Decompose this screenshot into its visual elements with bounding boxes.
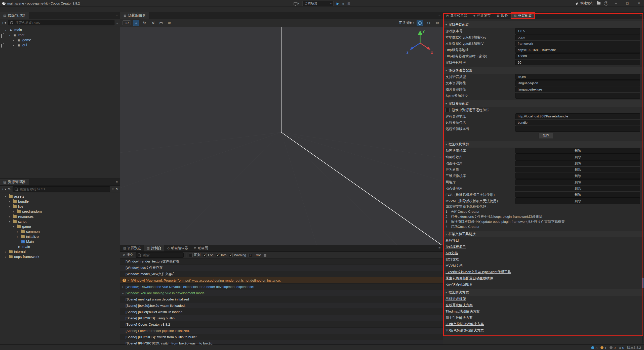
asset-node[interactable]: main	[0, 244, 120, 249]
asset-node[interactable]: internal	[0, 249, 120, 254]
inspector-row[interactable]: 游戏中资源是否远程加载	[443, 107, 644, 113]
inspector-row[interactable]: 4、启动Cocos Creator	[443, 224, 644, 229]
expand-arrow-icon[interactable]	[5, 250, 9, 253]
panel-menu-icon[interactable]: ≡	[438, 246, 443, 250]
inspector-row[interactable]: Spine资源路径	[443, 93, 644, 99]
console-log-row[interactable]: ! ▸ [Scene] meshopt wasm decoder initial…	[120, 296, 443, 302]
assets-panel-tab[interactable]: ▤资源管理器	[0, 179, 29, 185]
inspector-row[interactable]: 游戏版本号 1.0.5	[443, 28, 644, 34]
expand-arrow-icon[interactable]	[13, 44, 17, 47]
lock-icon[interactable]	[1, 44, 2, 48]
remote-load-checkbox[interactable]	[446, 108, 450, 112]
expand-arrow-icon[interactable]	[5, 29, 9, 31]
scene-editor-tab[interactable]: ▦场景编辑器	[120, 12, 149, 19]
asset-node[interactable]: script	[0, 219, 120, 224]
expand-arrow-icon[interactable]	[13, 39, 17, 41]
move-tool-icon[interactable]: +	[133, 20, 139, 26]
panel-menu-icon[interactable]: ≡	[116, 180, 120, 184]
scrollbar-thumb[interactable]	[642, 278, 643, 288]
anchor-tool-icon[interactable]: ⊕	[166, 20, 172, 26]
inspector-tab[interactable]: ◈构建发布	[470, 12, 494, 19]
panel-menu-icon[interactable]: ≡	[116, 14, 120, 18]
rotate-tool-icon[interactable]: ↻	[141, 20, 147, 26]
row-button[interactable]: 删除	[515, 154, 640, 160]
inspector-row[interactable]: ECS文档	[443, 256, 644, 262]
expand-arrow-icon[interactable]	[13, 210, 17, 213]
copy-log-icon[interactable]: ▤	[263, 253, 266, 257]
play-button[interactable]: ▶	[337, 2, 339, 6]
expand-arrow-icon[interactable]	[9, 34, 13, 36]
light-toggle-button[interactable]	[417, 20, 423, 26]
row-value-input[interactable]: http://localhost:8083/assets/bundle	[515, 113, 640, 119]
inspector-row[interactable]: 支持语言类型 zh,en	[443, 74, 644, 80]
inspector-row[interactable]: 行为树库 删除	[443, 166, 644, 173]
expand-arrow-icon[interactable]: ▸	[123, 292, 124, 294]
console-log-row[interactable]: ! ▸ [Window] You are running Vue in deve…	[120, 290, 443, 296]
hierarchy-node[interactable]: gui	[0, 42, 120, 48]
section-collapse-icon[interactable]	[446, 143, 447, 146]
notification-badge[interactable]: ♫0	[619, 346, 624, 350]
inspector-row[interactable]: MVVM文档	[443, 262, 644, 269]
console-tab[interactable]: ◇动画编辑器	[164, 245, 191, 251]
clear-console-button[interactable]: ⊘清空	[123, 253, 133, 257]
inspector-row[interactable]: Excel格式转Json文件与TypeScript代码工具	[443, 269, 644, 275]
expand-arrow-icon[interactable]	[5, 255, 9, 258]
asset-node[interactable]: Main	[0, 239, 120, 244]
section-collapse-icon[interactable]	[446, 69, 447, 72]
console-log-row[interactable]: ! ▸ [Window] ecs文件夹存在	[120, 265, 443, 271]
row-value-input[interactable]: 1.0.5	[515, 28, 640, 34]
console-search-input[interactable]	[142, 253, 182, 257]
row-button[interactable]: 删除	[515, 167, 640, 172]
inspector-row[interactable]: 远程资源地址 http://localhost:8083/assets/bund…	[443, 113, 644, 119]
inspector-row[interactable]: 2、打开extensions文件夹中找到oops-plugin-framewor…	[443, 214, 644, 219]
row-button[interactable]: 删除	[515, 173, 640, 179]
inspector-row[interactable]: 1、关闭Cocos Creator	[443, 209, 644, 214]
preview-window-icon[interactable]: ⊞	[347, 2, 350, 6]
expand-arrow-icon[interactable]	[5, 195, 9, 198]
inspector-row[interactable]: 如果需要重新下载框架代码：	[443, 204, 644, 209]
inspector-tab[interactable]: ▧框架配置	[511, 12, 535, 19]
inspector-row[interactable]: 动画状态机库 删除	[443, 148, 644, 154]
row-button[interactable]: 删除	[515, 148, 640, 154]
section-collapse-icon[interactable]	[446, 291, 447, 294]
inspector-row[interactable]: 2D角色扮演游戏解决方案	[443, 321, 644, 327]
expand-arrow-icon[interactable]	[9, 215, 13, 218]
assets-search-input[interactable]	[19, 187, 108, 191]
view-mode-dropdown[interactable]: 正常浏览▾	[399, 21, 414, 25]
inspector-row[interactable]: Tiledmap地图解决方案	[443, 308, 644, 315]
maximize-button[interactable]: □	[623, 0, 631, 7]
console-log-row[interactable]: ! ▸ [Window] Download the Vue Devtools e…	[120, 284, 443, 290]
console-log-row[interactable]: ! ▸ [Scene] Cocos Creator v3.8.2	[120, 321, 443, 328]
expand-arrow-icon[interactable]	[9, 205, 13, 208]
inspector-row[interactable]: Http服务器请求超时（毫秒） 10000	[443, 53, 644, 59]
inspector-row[interactable]: 原生包热更新配置自动生成插件	[443, 275, 644, 281]
row-button[interactable]: 删除	[515, 198, 640, 204]
inspector-row[interactable]: 三维摄像机库 删除	[443, 173, 644, 179]
row-value-input[interactable]: bundle	[515, 120, 640, 125]
row-button[interactable]: 删除	[515, 179, 640, 185]
console-tab[interactable]: ▥控制台	[144, 245, 164, 251]
asset-node[interactable]: assets	[0, 194, 120, 199]
create-node-button[interactable]: + ▾	[2, 21, 6, 25]
row-value-input[interactable]: 10000	[515, 53, 640, 59]
asset-node[interactable]: bundle	[0, 199, 120, 204]
hierarchy-node[interactable]: main	[0, 27, 120, 32]
inspector-row[interactable]: 本地数据CryptoES加密Key oops	[443, 34, 644, 40]
asset-node[interactable]: initialize	[0, 234, 120, 239]
asset-node[interactable]: seedrandom	[0, 209, 120, 214]
info-count-badge[interactable]: 3	[591, 346, 597, 350]
inspector-row[interactable]: 新手引导解决方案	[443, 315, 644, 321]
row-button[interactable]: 保存	[539, 133, 553, 139]
rect-tool-icon[interactable]: ▭	[158, 20, 164, 26]
inspector-row[interactable]: 动态处理库 删除	[443, 185, 644, 192]
inspector-row[interactable]: API文档	[443, 250, 644, 256]
inspector-row[interactable]: 远程资源包名 bundle	[443, 119, 644, 126]
inspector-row[interactable]: 动画状态机编辑器	[443, 281, 644, 288]
inspector-row[interactable]: 框架模块裁剪	[443, 141, 644, 148]
gizmo-settings-icon[interactable]: ⊛	[434, 20, 440, 26]
expand-arrow-icon[interactable]: ▸	[123, 285, 124, 288]
refresh-icon[interactable]: ↻	[115, 187, 118, 191]
scale-tool-icon[interactable]: ⇲	[150, 20, 156, 26]
create-asset-button[interactable]: + ▾	[2, 187, 6, 191]
console-log-row[interactable]: ! ▸ [Scene] [box2d]:box2d wasm lib loade…	[120, 302, 443, 309]
